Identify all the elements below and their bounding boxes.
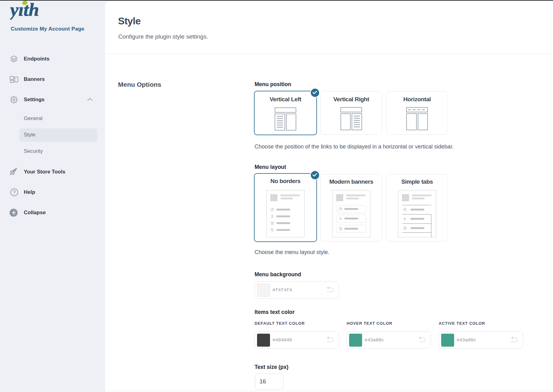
svg-text:yıth: yıth xyxy=(10,0,39,20)
